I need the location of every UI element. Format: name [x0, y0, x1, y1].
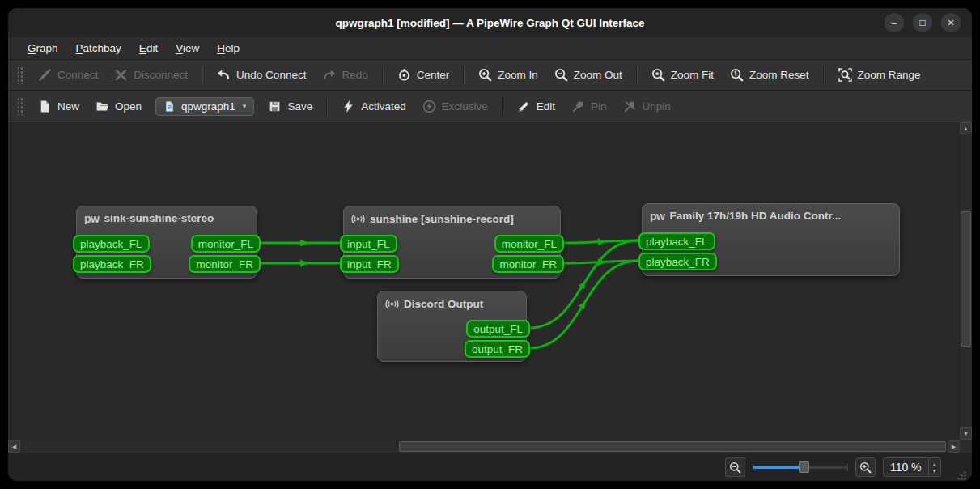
stream-icon [385, 297, 399, 311]
disconnect-icon [114, 68, 128, 82]
zoom-percent-spinbox[interactable]: 110 % ▲ ▼ [883, 457, 941, 477]
pipewire-icon: pw [84, 213, 99, 224]
exclusive-button[interactable]: Exclusive [414, 96, 496, 117]
patchbay-file-icon [163, 100, 176, 113]
node-family-audio-controller[interactable]: pw Family 17h/19h HD Audio Contr... play… [642, 203, 900, 276]
port-monitor-fl[interactable]: monitor_FL [191, 235, 261, 253]
zoom-out-button[interactable]: Zoom Out [546, 64, 630, 86]
horizontal-scroll-track[interactable] [20, 440, 948, 453]
zoom-reset-button[interactable]: Zoom Reset [722, 64, 817, 86]
zoom-range-button[interactable]: Zoom Range [830, 64, 929, 86]
spin-down-button[interactable]: ▼ [932, 468, 937, 474]
scroll-left-button[interactable]: ◀ [8, 440, 20, 453]
open-button[interactable]: Open [87, 96, 150, 117]
save-icon [268, 100, 282, 113]
menubar: Graph Patchbay Edit View Help [8, 37, 972, 59]
toolbar-separator [382, 66, 384, 85]
node-discord-output[interactable]: Discord Output output_FL output_FR [377, 291, 527, 362]
save-button[interactable]: Save [260, 96, 320, 117]
new-button[interactable]: New [30, 96, 87, 117]
port-monitor-fl[interactable]: monitor_FL [494, 235, 564, 253]
horizontal-scroll-thumb[interactable] [399, 441, 946, 452]
unpin-icon [623, 100, 637, 113]
undo-icon [217, 68, 231, 82]
port-output-fr[interactable]: output_FR [465, 340, 530, 358]
activated-icon [342, 100, 355, 113]
horizontal-scrollbar: ◀ ▶ [8, 440, 972, 453]
pipewire-icon: pw [650, 210, 664, 222]
close-button[interactable]: ✕ [941, 13, 961, 32]
toolbar-separator [326, 96, 328, 116]
statusbar-zoom-out-button[interactable] [725, 457, 745, 477]
zoom-percent-value: 110 % [884, 458, 928, 476]
spin-up-button[interactable]: ▲ [932, 461, 937, 467]
undo-connect-button[interactable]: Undo Connect [209, 64, 314, 86]
port-output-fl[interactable]: output_FL [466, 320, 530, 338]
maximize-button[interactable]: □ [913, 13, 932, 32]
cable-sunshine-to-family-fl [563, 240, 638, 243]
redo-button[interactable]: Redo [314, 64, 375, 86]
titlebar[interactable]: qpwgraph1 [modified] — A PipeWire Graph … [8, 8, 972, 37]
connect-button[interactable]: Connect [30, 64, 106, 86]
disconnect-button[interactable]: Disconnect [106, 64, 196, 86]
vertical-scroll-thumb[interactable] [961, 211, 971, 347]
port-playback-fl[interactable]: playback_FL [638, 232, 715, 250]
minimize-button[interactable]: – [885, 13, 904, 32]
connect-icon [38, 68, 52, 82]
menu-graph[interactable]: Graph [19, 40, 66, 57]
scroll-down-button[interactable]: ▼ [960, 427, 972, 440]
node-title: sink-sunshine-stereo [104, 212, 214, 224]
port-playback-fr[interactable]: playback_FR [638, 253, 717, 270]
node-title: Family 17h/19h HD Audio Contr... [669, 210, 841, 222]
toolbar-drag-handle[interactable] [17, 97, 23, 115]
node-title: Discord Output [404, 298, 483, 310]
zoom-in-icon [478, 68, 492, 82]
redo-icon [322, 68, 336, 82]
close-icon: ✕ [947, 19, 954, 28]
zoom-fit-icon [651, 68, 665, 82]
port-input-fr[interactable]: input_FR [340, 255, 399, 273]
statusbar-zoom-in-button[interactable] [855, 457, 876, 477]
scroll-up-icon: ▲ [963, 125, 969, 131]
zoom-slider[interactable] [753, 460, 848, 474]
port-monitor-fr[interactable]: monitor_FR [189, 255, 261, 273]
menu-patchbay[interactable]: Patchbay [68, 40, 129, 57]
maximize-icon: □ [919, 18, 925, 28]
port-playback-fr[interactable]: playback_FR [73, 255, 151, 273]
zoom-fit-button[interactable]: Zoom Fit [643, 64, 722, 86]
app-window: qpwgraph1 [modified] — A PipeWire Graph … [8, 8, 972, 481]
resize-grip[interactable] [956, 470, 967, 481]
window-title: qpwgraph1 [modified] — A PipeWire Graph … [335, 17, 644, 29]
unpin-button[interactable]: Unpin [615, 96, 679, 117]
edit-pencil-icon [517, 100, 531, 113]
scroll-up-button[interactable]: ▲ [960, 122, 972, 134]
scroll-right-button[interactable]: ▶ [948, 440, 960, 453]
toolbar-drag-handle[interactable] [17, 66, 23, 84]
edit-button[interactable]: Edit [509, 96, 563, 117]
node-sink-sunshine-stereo[interactable]: pw sink-sunshine-stereo playback_FL play… [76, 206, 257, 279]
toolbar-separator [823, 66, 825, 85]
pin-button[interactable]: Pin [563, 96, 615, 117]
node-title: sunshine [sunshine-record] [370, 213, 514, 225]
graph-canvas[interactable]: pw sink-sunshine-stereo playback_FL play… [8, 122, 959, 440]
center-button[interactable]: Center [389, 64, 458, 86]
port-playback-fl[interactable]: playback_FL [73, 235, 150, 253]
exclusive-icon [422, 100, 436, 113]
vertical-scroll-track[interactable] [960, 134, 972, 427]
zoom-in-button[interactable]: Zoom In [470, 64, 546, 86]
menu-help[interactable]: Help [209, 40, 248, 57]
menu-view[interactable]: View [168, 40, 207, 57]
port-input-fl[interactable]: input_FL [340, 235, 397, 253]
window-controls: – □ ✕ [885, 13, 961, 32]
center-icon [397, 68, 411, 82]
port-monitor-fr[interactable]: monitor_FR [492, 255, 564, 273]
patchbay-profile-combobox[interactable]: qpwgraph1 ▾ [155, 97, 254, 116]
zoom-slider-handle[interactable] [799, 461, 809, 473]
node-sunshine[interactable]: sunshine [sunshine-record] input_FL inpu… [343, 206, 561, 279]
statusbar: 110 % ▲ ▼ [8, 453, 972, 481]
menu-edit[interactable]: Edit [131, 40, 166, 57]
pin-icon [571, 100, 585, 113]
zoom-out-icon [729, 461, 741, 474]
chevron-down-icon: ▾ [243, 102, 247, 110]
activated-button[interactable]: Activated [333, 96, 414, 117]
